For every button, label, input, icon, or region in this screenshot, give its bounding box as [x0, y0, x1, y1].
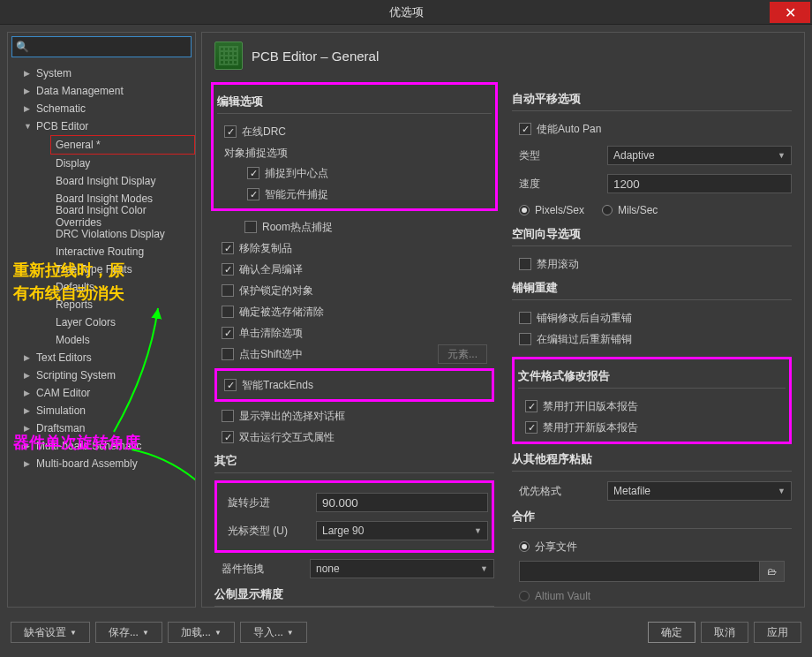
footer: 缺省设置▼ 保存...▼ 加载...▼ 导入...▼ 确定 取消 应用	[0, 615, 812, 650]
tree-item[interactable]: Display	[8, 155, 195, 172]
content-panel: PCB Editor – General 编辑选项 在线DRC 对象捕捉选项 捕…	[201, 32, 805, 608]
label-pref-format: 优先格式	[512, 484, 600, 499]
tree-item[interactable]: Defaults	[8, 278, 195, 296]
checkbox-confirm-global[interactable]	[222, 263, 234, 276]
save-button[interactable]: 保存...▼	[95, 622, 162, 643]
checkbox-dblclick-interact[interactable]	[222, 431, 234, 443]
tree-item[interactable]: ▶Simulation	[8, 402, 195, 419]
label-speed: 速度	[512, 177, 600, 192]
chevron-right-icon: ▶	[24, 104, 33, 113]
select-cursor-type[interactable]: Large 90▼	[316, 521, 488, 540]
search-input[interactable]	[33, 41, 187, 53]
select-autopan-type[interactable]: Adaptive▼	[607, 146, 792, 165]
highlight-rotation-cursor: 旋转步进 光标类型 (U)Large 90▼	[214, 480, 494, 553]
tree-item-label: Scripting System	[36, 369, 116, 381]
checkbox-snap-center[interactable]	[247, 167, 259, 179]
tree-item-label: Defaults	[56, 281, 94, 293]
chevron-right-icon: ▶	[24, 69, 33, 78]
tree-item[interactable]: ▶Text Editors	[8, 349, 195, 366]
tree-item[interactable]: General *	[50, 135, 195, 155]
tree-item[interactable]: ▶Scripting System	[8, 366, 195, 384]
select-pref-format[interactable]: Metafile▼	[607, 481, 792, 501]
load-button[interactable]: 加载...▼	[168, 622, 235, 643]
import-button[interactable]: 导入...▼	[240, 622, 307, 643]
input-rot-step[interactable]	[316, 493, 488, 512]
checkbox-remove-dup[interactable]	[222, 242, 234, 254]
checkbox-online-drc[interactable]	[224, 125, 237, 138]
section-autopan: 自动平移选项	[512, 91, 792, 111]
browse-button[interactable]: 🗁	[760, 561, 785, 582]
checkbox-show-popup-sel[interactable]	[222, 410, 234, 422]
tree-item[interactable]: ▶Multi-board Schematic	[8, 437, 195, 455]
tree-item[interactable]: ▶Draftsman	[8, 419, 195, 437]
checkbox-shift-click[interactable]	[222, 348, 234, 360]
tree-item[interactable]: Board Insight Display	[8, 172, 195, 190]
radio-share-file[interactable]: 分享文件	[519, 540, 577, 555]
radio-pixels[interactable]: Pixels/Sex	[519, 204, 584, 216]
tree-item[interactable]: Board Insight Color Overrides	[8, 208, 195, 225]
radio-altium-vault[interactable]: Altium Vault	[519, 590, 590, 602]
checkbox-enable-autopan[interactable]	[519, 123, 531, 135]
highlight-smart-trackends: 智能TrackEnds	[214, 368, 494, 402]
tree-item[interactable]: ▶CAM Editor	[8, 384, 195, 402]
tree-item[interactable]: True Type Fonts	[8, 261, 195, 278]
chevron-right-icon: ▶	[24, 406, 33, 415]
tree-item[interactable]: Interactive Routing	[8, 243, 195, 261]
tree-item[interactable]: Reports	[8, 296, 195, 313]
checkbox-confirm-sel-mem[interactable]	[222, 306, 234, 318]
defaults-button[interactable]: 缺省设置▼	[11, 622, 90, 643]
chevron-right-icon: ▶	[24, 389, 33, 397]
label-shift-click: 点击Shift选中	[239, 347, 303, 362]
tree-item[interactable]: ▶Data Management	[8, 82, 195, 100]
tree-item-label: Data Management	[36, 85, 124, 97]
select-comp-drag[interactable]: none▼	[310, 559, 494, 578]
checkbox-disable-roll[interactable]	[519, 258, 531, 270]
tree-item-label: Models	[56, 334, 90, 346]
highlight-edit-options: 编辑选项 在线DRC 对象捕捉选项 捕捉到中心点 智能元件捕捉	[211, 82, 498, 211]
label-snap-center: 捕捉到中心点	[265, 166, 328, 181]
checkbox-smart-comp-snap[interactable]	[247, 188, 259, 200]
search-box[interactable]: 🔍	[11, 36, 192, 57]
input-speed[interactable]	[607, 174, 792, 193]
tree-item[interactable]: Layer Colors	[8, 313, 195, 331]
chevron-down-icon: ▼	[480, 564, 488, 573]
tree-item-label: True Type Fonts	[56, 263, 132, 276]
tree-item[interactable]: ▼PCB Editor	[8, 117, 195, 135]
radio-mils[interactable]: Mils/Sec	[602, 204, 658, 216]
checkbox-smart-trackends[interactable]	[224, 379, 237, 391]
checkbox-disable-new-report[interactable]	[525, 421, 538, 434]
title-bar: 优选项 ✕	[0, 0, 812, 25]
chevron-down-icon: ▼	[24, 122, 33, 131]
tree-item-label: General *	[56, 139, 101, 151]
elements-button[interactable]: 元素...	[438, 344, 487, 364]
section-edit-options: 编辑选项	[217, 94, 492, 114]
checkbox-disable-old-report[interactable]	[525, 400, 538, 412]
tree-item[interactable]: Models	[8, 331, 195, 349]
apply-button[interactable]: 应用	[754, 622, 801, 643]
checkbox-protect-locked[interactable]	[222, 284, 234, 297]
close-button[interactable]: ✕	[770, 2, 810, 23]
tree-item[interactable]: ▶Multi-board Assembly	[8, 455, 195, 472]
ok-button[interactable]: 确定	[648, 622, 695, 643]
checkbox-repour-after-edit[interactable]	[519, 333, 531, 345]
label-rot-step: 旋转步进	[221, 495, 309, 510]
tree-item[interactable]: ▶Schematic	[8, 100, 195, 117]
tree-item[interactable]: DRC Violations Display	[8, 225, 195, 243]
tree-item-label: Multi-board Assembly	[36, 457, 138, 470]
label-click-clear: 单击清除选项	[239, 326, 303, 341]
cancel-button[interactable]: 取消	[701, 622, 748, 643]
tree-item-label: CAM Editor	[36, 387, 90, 399]
input-share-path[interactable]	[519, 561, 760, 582]
chevron-right-icon: ▶	[24, 424, 33, 433]
label-confirm-sel-mem: 确定被选存储清除	[239, 305, 324, 320]
checkbox-room-hotspot[interactable]	[244, 221, 257, 233]
section-other: 其它	[214, 453, 494, 473]
checkbox-repour-after-mod[interactable]	[519, 312, 531, 324]
label-remove-dup: 移除复制品	[239, 241, 292, 256]
chevron-right-icon: ▶	[24, 371, 33, 380]
tree-item-label: Layer Colors	[56, 316, 116, 328]
checkbox-click-clear[interactable]	[222, 327, 234, 339]
highlight-file-format-report: 文件格式修改报告 禁用打开旧版本报告 禁用打开新版本报告	[512, 357, 792, 444]
chevron-right-icon: ▶	[24, 87, 33, 95]
tree-item[interactable]: ▶System	[8, 64, 195, 82]
